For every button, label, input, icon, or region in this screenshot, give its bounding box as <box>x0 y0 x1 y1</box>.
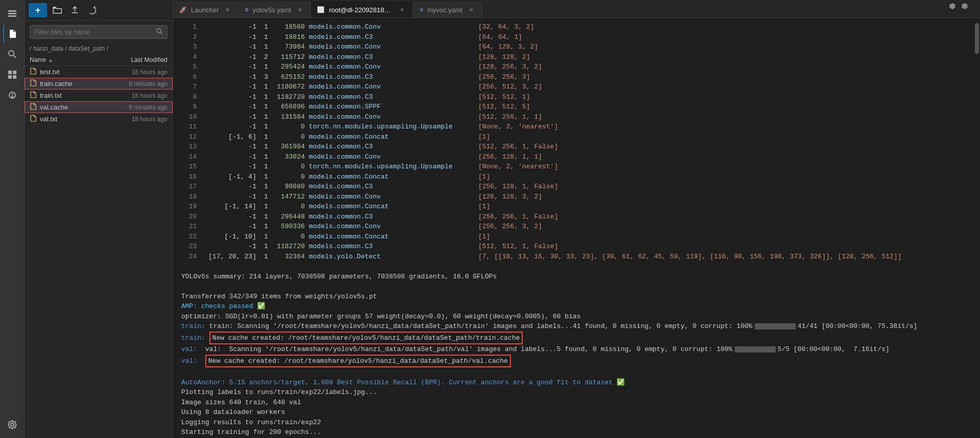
search-input[interactable] <box>34 28 153 36</box>
strip-icon-extensions[interactable] <box>3 65 22 84</box>
line-c1: -1 <box>199 72 258 82</box>
file-table-header[interactable]: Name ▲ Last Modified <box>25 54 173 66</box>
strip-icon-files[interactable] <box>3 25 22 43</box>
tab-label-launcher: Launcher <box>191 6 219 14</box>
editor-content[interactable]: 1 -1 1 18560 models.common.Conv [32, 64,… <box>173 18 974 438</box>
line-c2: 1 <box>259 32 270 42</box>
line-c4: models.common.Concat <box>307 172 476 182</box>
scrollbar-thumb[interactable] <box>975 23 979 54</box>
line-c5: [1] <box>476 232 966 242</box>
line-c4: torch.nn.modules.upsampling.Upsample <box>307 122 476 132</box>
tab-icon-myvoc: ≡ <box>419 6 423 13</box>
line-c4: models.common.C3 <box>307 212 476 222</box>
open-folder-button[interactable] <box>50 3 65 17</box>
line-c5: [256, 256, 1, False] <box>476 212 966 222</box>
tab-launcher[interactable]: 🚀 Launcher × <box>173 2 239 17</box>
svg-rect-5 <box>8 71 12 74</box>
top-gear-icon-1[interactable] <box>948 2 956 12</box>
tab-label-root-terminal: root@dl-220928184041vp4- <box>329 6 393 14</box>
tab-close-myvoc[interactable]: × <box>466 5 476 14</box>
strip-icon-search[interactable] <box>3 45 22 63</box>
strip-icon-settings[interactable] <box>3 415 22 434</box>
line-c3: 361984 <box>270 142 307 152</box>
file-item[interactable]: train.cache 9 minutes ago <box>25 78 173 90</box>
tab-close-launcher[interactable]: × <box>223 5 232 14</box>
tab-label-yolov5s: yolov5s.yaml <box>252 6 291 14</box>
vertical-scrollbar[interactable] <box>974 18 980 438</box>
tab-close-root-terminal[interactable]: × <box>397 5 407 14</box>
line-c4: models.common.Conv <box>307 222 476 232</box>
line-c5: [7, [[10, 13, 16, 30, 33, 23], [30, 61, … <box>476 252 966 262</box>
line-c5: [32, 64, 3, 2] <box>476 22 966 32</box>
line-number: 7 <box>181 82 199 92</box>
val-scan-label: val: <box>181 345 205 353</box>
tab-yolov5s[interactable]: ≡ yolov5s.yaml × <box>239 2 311 17</box>
line-c4: models.common.Conv <box>307 42 476 52</box>
line-c4: models.common.Conv <box>307 22 476 32</box>
line-c1: [-1, 10] <box>199 232 258 242</box>
strip-icon-explorer[interactable] <box>3 4 22 23</box>
line-c5: [256, 128, 1, False] <box>476 182 966 192</box>
train-label: train: <box>181 334 209 342</box>
line-number: 4 <box>181 52 199 62</box>
tab-root-terminal[interactable]: ⬜ root@dl-220928184041vp4- × <box>311 2 413 17</box>
line-row: 18 -1 1 147712 models.common.Conv [128, … <box>181 192 966 202</box>
line-c4: models.common.Conv <box>307 82 476 92</box>
line-c3: 131584 <box>270 112 307 122</box>
line-row: 20 -1 1 296448 models.common.C3 [256, 25… <box>181 212 966 222</box>
line-c4: models.common.Concat <box>307 132 476 142</box>
line-c4: models.common.Concat <box>307 232 476 242</box>
line-c3: 33024 <box>270 152 307 162</box>
file-item[interactable]: val.cache 9 minutes ago <box>25 101 173 113</box>
line-number: 21 <box>181 222 199 232</box>
starting-line: Starting training for 200 epochs... <box>181 428 321 436</box>
line-number: 1 <box>181 22 199 32</box>
val-label: val: <box>181 357 205 365</box>
line-c5: [512, 256, 1, False] <box>476 142 966 152</box>
logging-line: Logging results to runs/train/exp22 <box>181 419 321 426</box>
file-icon <box>30 91 37 100</box>
svg-rect-7 <box>8 75 12 79</box>
tab-myvoc[interactable]: ≡ myvoc.yaml × <box>413 2 482 17</box>
line-c5: [128, 128, 2] <box>476 52 966 62</box>
val-scan-text: val: Scanning '/root/teamshare/yolov5/ha… <box>205 345 733 353</box>
train-progress-bar: 41/41 [00:00<00:00, 75.38it/s] <box>753 322 918 330</box>
line-c4: models.common.C3 <box>307 52 476 62</box>
line-c2: 3 <box>259 72 270 82</box>
line-c5: [256, 256, 3] <box>476 72 966 82</box>
line-c1: -1 <box>199 222 258 232</box>
line-number: 22 <box>181 232 199 242</box>
file-item[interactable]: test.txt 18 hours ago <box>25 66 173 78</box>
train-cache-box: New cache created: /root/teamshare/yolov… <box>209 334 523 342</box>
line-row: 22 [-1, 10] 1 0 models.common.Concat [1] <box>181 232 966 242</box>
line-c5: [64, 64, 1] <box>476 32 966 42</box>
file-item[interactable]: val.txt 18 hours ago <box>25 113 173 125</box>
line-c2: 2 <box>259 52 270 62</box>
line-c1: -1 <box>199 102 258 112</box>
upload-button[interactable] <box>68 3 82 17</box>
svg-rect-1 <box>8 13 16 14</box>
strip-icon-debug[interactable] <box>3 86 22 104</box>
plotting-line: Plotting labels to runs/train/exp22/labe… <box>181 388 377 396</box>
file-modified: 9 minutes ago <box>111 80 167 87</box>
line-number: 13 <box>181 142 199 152</box>
line-row: 14 -1 1 33024 models.common.Conv [256, 1… <box>181 152 966 162</box>
file-name: train.txt <box>40 92 111 99</box>
line-c3: 32364 <box>270 252 307 262</box>
svg-rect-0 <box>8 10 16 12</box>
line-row: 19 [-1, 14] 1 0 models.common.Concat [1] <box>181 202 966 212</box>
tab-close-yolov5s[interactable]: × <box>295 5 304 14</box>
train-scan-text: train: Scanning '/root/teamshare/yolov5/… <box>209 322 753 330</box>
image-sizes-line: Image sizes 640 train, 640 val <box>181 399 301 406</box>
top-gear-icon-2[interactable] <box>961 2 969 12</box>
tab-icon-launcher: 🚀 <box>179 6 187 13</box>
line-c3: 0 <box>270 232 307 242</box>
sidebar-toolbar: + <box>25 0 173 21</box>
new-file-button[interactable]: + <box>29 3 47 17</box>
file-modified: 18 hours ago <box>111 116 167 123</box>
refresh-button[interactable] <box>85 3 99 17</box>
line-row: 1 -1 1 18560 models.common.Conv [32, 64,… <box>181 22 966 32</box>
line-c1: -1 <box>199 32 258 42</box>
file-item[interactable]: train.txt 18 hours ago <box>25 90 173 101</box>
line-row: 21 -1 1 590336 models.common.Conv [256, … <box>181 222 966 232</box>
